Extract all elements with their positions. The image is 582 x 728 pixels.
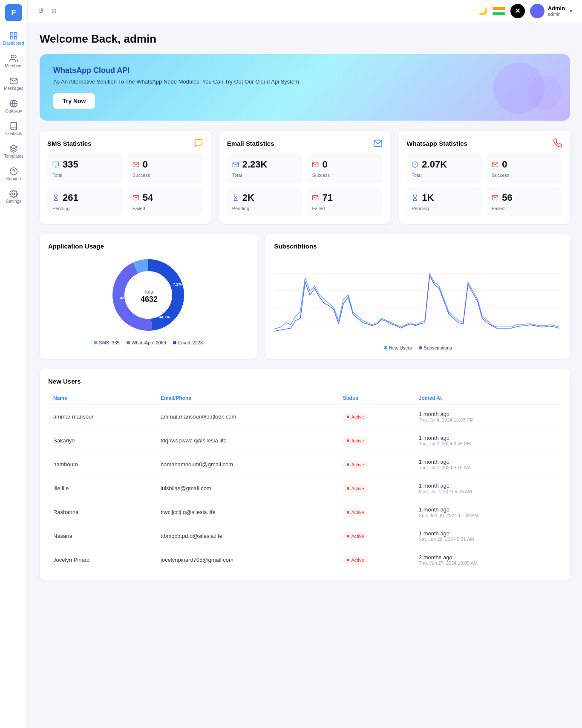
new-users-title: New Users xyxy=(48,378,562,385)
new-users-card: New Users Name Email/Phone Status Joined… xyxy=(40,369,570,581)
email-success-item: 0 Success xyxy=(307,154,383,183)
email-success-label: Success xyxy=(312,173,377,178)
globe-icon[interactable]: ⊕ xyxy=(49,5,58,17)
main-area: ↺ ⊕ 🌙 ✕ Admin admin ▼ Welcome Back, admi… xyxy=(28,0,582,728)
email-pending-value: 2K xyxy=(242,192,254,203)
sidebar-item-dashboard[interactable]: Dashboard xyxy=(2,28,25,49)
status-dot xyxy=(347,439,349,442)
wa-success-icon xyxy=(492,161,498,168)
status-badge: Active xyxy=(343,437,368,445)
svg-marker-7 xyxy=(10,145,17,149)
svg-text:4632: 4632 xyxy=(141,295,158,303)
sidebar-item-templates[interactable]: Templates xyxy=(2,141,25,162)
app-logo[interactable]: F xyxy=(5,4,22,21)
x-avatar[interactable]: ✕ xyxy=(510,4,525,18)
sms-total-item: 335 Total xyxy=(47,154,123,183)
status-badge: Active xyxy=(343,461,368,468)
sidebar: F Dashboard Members Messages xyxy=(0,0,28,728)
subscriptions-title: Subscribtions xyxy=(274,243,562,250)
email-success-value: 0 xyxy=(322,159,327,170)
wa-success-value: 0 xyxy=(502,159,507,170)
sidebar-item-messages[interactable]: Messages xyxy=(2,73,25,94)
sms-failed-label: Failed xyxy=(133,206,198,211)
user-name: Ilie ilie xyxy=(48,477,156,500)
whatsapp-icon xyxy=(553,139,562,148)
status-dot xyxy=(347,559,349,561)
whatsapp-stat-card: Whatsapp Statistics 2.07K Total xyxy=(399,131,570,224)
email-failed-item: 71 Failed xyxy=(307,187,383,216)
contacts-icon xyxy=(9,122,18,130)
legend-new-users: New Users xyxy=(384,345,412,350)
svg-text:Total: Total xyxy=(144,289,155,295)
refresh-icon[interactable]: ↺ xyxy=(36,5,45,17)
user-joined: 2 months ago Thu, Jun 27, 2024 10:05 AM xyxy=(414,548,562,572)
sidebar-item-members[interactable]: Members xyxy=(2,51,25,72)
sidebar-item-contacts[interactable]: Contacts xyxy=(2,118,25,139)
settings-icon xyxy=(9,190,18,198)
charts-grid: Application Usage xyxy=(40,234,570,359)
users-icon xyxy=(9,54,18,63)
svg-rect-0 xyxy=(11,33,13,35)
wa-failed-value: 56 xyxy=(502,192,512,203)
user-name: hamhoum xyxy=(48,453,156,477)
hourglass-icon xyxy=(52,194,59,201)
email-total-value: 2.23K xyxy=(242,159,268,170)
status-dot xyxy=(347,463,349,466)
wa-failed-icon xyxy=(492,194,498,201)
user-info: Admin admin xyxy=(548,5,565,17)
user-menu[interactable]: Admin admin ▼ xyxy=(530,4,573,18)
status-badge: Active xyxy=(343,556,368,564)
sms-total-label: Total xyxy=(52,173,118,178)
table-row: Sakariye tdqhwdpwwc.q@silesia.life Activ… xyxy=(48,429,562,453)
gateway-icon xyxy=(9,99,18,108)
sidebar-item-support[interactable]: Support xyxy=(2,164,25,185)
user-joined: 1 month ago Tue, Jul 2, 2024 9:15 AM xyxy=(414,453,562,477)
sms-failed-value: 54 xyxy=(143,192,153,203)
email-pending-label: Pending xyxy=(232,206,298,211)
dark-mode-icon[interactable]: 🌙 xyxy=(478,6,487,16)
user-status: Active xyxy=(337,405,413,429)
sms-total-value: 335 xyxy=(63,159,78,170)
wa-pending-icon xyxy=(412,194,418,201)
svg-rect-1 xyxy=(14,33,17,35)
user-status: Active xyxy=(337,453,413,477)
wa-pending-label: Pending xyxy=(412,206,477,211)
sidebar-item-gateway[interactable]: Gateway xyxy=(2,96,25,117)
user-contact: luishlias@gmail.com xyxy=(156,477,337,500)
grid-icon xyxy=(9,32,18,40)
email-pending-icon xyxy=(232,194,239,201)
table-row: ammar mansour ammar.mansour@outlook.com … xyxy=(48,405,562,429)
app-usage-title: Application Usage xyxy=(48,243,248,250)
line-chart-svg xyxy=(274,257,562,342)
line-chart-legend: New Users Subscriptions xyxy=(274,345,562,350)
donut-chart: Total 4632 7.2% 48.1% 44.7% xyxy=(110,257,187,333)
wa-success-item: 0 Success xyxy=(487,154,562,183)
sms-stat-card: SMS Statistics 335 Total xyxy=(40,131,211,224)
user-contact: tdqhwdpwwc.q@silesia.life xyxy=(156,429,337,453)
email-stat-title: Email Statistics xyxy=(227,140,274,147)
app-usage-card: Application Usage xyxy=(40,234,257,359)
status-badge: Active xyxy=(343,413,368,421)
page-title: Welcome Back, admin xyxy=(40,32,570,46)
status-dot xyxy=(347,487,349,490)
legend-email: Email: 2228 xyxy=(173,340,203,345)
stack-icon[interactable] xyxy=(493,7,505,15)
sidebar-item-settings[interactable]: Settings xyxy=(2,186,25,207)
table-row: hamhoum hamahamhoum0@gmail.com Active 1 … xyxy=(48,453,562,477)
try-now-button[interactable]: Try Now xyxy=(53,93,95,109)
whatsapp-banner: WhatsApp Cloud API As An Alternative Sol… xyxy=(40,54,570,121)
email-failed-value: 71 xyxy=(322,192,332,203)
sms-stat-title: SMS Statistics xyxy=(47,140,91,147)
line-chart xyxy=(274,257,562,342)
table-row: Jocelyn Pinard jocelynpinard705@gmail.co… xyxy=(48,548,562,572)
templates-icon xyxy=(9,144,18,153)
check-mail-icon xyxy=(133,161,139,168)
email-total-item: 2.23K Total xyxy=(227,154,303,183)
sms-pending-label: Pending xyxy=(52,206,118,211)
svg-text:48.1%: 48.1% xyxy=(120,296,131,300)
sms-success-value: 0 xyxy=(143,159,148,170)
user-contact: ttbmqcbtpd.q@silesia.life xyxy=(156,524,337,548)
user-joined: 1 month ago Sat, Jun 29, 2024 5:31 AM xyxy=(414,524,562,548)
wa-total-label: Total xyxy=(412,173,477,178)
support-icon xyxy=(9,167,18,176)
